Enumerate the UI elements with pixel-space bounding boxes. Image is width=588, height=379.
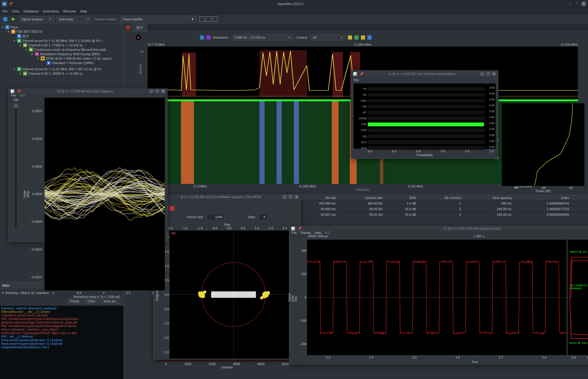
eye-diagram-plot[interactable] bbox=[45, 98, 165, 290]
table-header[interactable]: SNR bbox=[385, 195, 418, 201]
maximize-icon[interactable]: ⌃ bbox=[574, 1, 579, 6]
chevron-down-icon: ▼ bbox=[49, 18, 52, 21]
spectrum-action-icon[interactable] bbox=[367, 35, 372, 40]
eye-diagram-panel: 📊📌 #0 @ fc = 11799.985 kHz (Eye Diagram)… bbox=[8, 89, 167, 242]
constellation-plot[interactable]: 4/4 bbox=[170, 231, 298, 359]
menu-help[interactable]: Help bbox=[80, 9, 87, 13]
spectrum-action-icon[interactable] bbox=[348, 35, 352, 40]
tree-item[interactable]: FSK-BDT-TEST-0 bbox=[17, 30, 42, 33]
tree-item[interactable]: Channel 0 (id 1, 77656 S -> 14.910 s) bbox=[28, 43, 83, 47]
menu-tools[interactable]: Tools bbox=[12, 9, 19, 13]
tree-item[interactable]: Channel 0 (id 2, 16056 S -> 14.900 s) bbox=[28, 72, 83, 75]
stop-icon[interactable]: ✖ bbox=[136, 35, 141, 40]
tab-0[interactable]: [6] 0 bbox=[132, 24, 147, 31]
table-header[interactable]: Symbol rate bbox=[338, 195, 385, 201]
samples-label: Samples bbox=[154, 366, 300, 371]
tree-item[interactable]: 2FSK @ Br = 400.00 Bd, index = 2.45, spa… bbox=[46, 57, 112, 60]
angle-value: 180 bbox=[10, 98, 22, 102]
svg-rect-18 bbox=[332, 101, 339, 184]
menu-display[interactable]: Display bbox=[300, 231, 311, 234]
svg-rect-2 bbox=[200, 35, 204, 40]
svg-rect-14 bbox=[181, 101, 194, 184]
expand-icon[interactable]: ⌃ bbox=[486, 71, 490, 76]
menu-extensions[interactable]: Extensions bbox=[43, 9, 59, 13]
eye-xlabel: Normalized delay (x Ts = 2.500 ms) bbox=[9, 295, 167, 300]
collapse-icon[interactable]: ⌄ bbox=[282, 195, 287, 199]
svg-rect-16 bbox=[277, 101, 282, 184]
expand-icon[interactable]: ⌃ bbox=[155, 89, 160, 94]
spectrum-tool-icon[interactable] bbox=[206, 35, 211, 40]
signal-time-plot[interactable] bbox=[307, 240, 566, 355]
menu-file[interactable]: File bbox=[292, 231, 297, 234]
spectrum-action-icon[interactable] bbox=[361, 35, 365, 40]
step-label: Step: bbox=[248, 215, 256, 219]
menu-windows[interactable]: Windows bbox=[63, 9, 76, 13]
resolution-label: Resolution: bbox=[213, 36, 229, 39]
samples-bar[interactable] bbox=[157, 360, 298, 361]
angle-slider[interactable] bbox=[15, 103, 17, 227]
svg-marker-1 bbox=[12, 17, 15, 21]
sig-annotation: 247.704692 Hz 0.0899081 bbox=[569, 284, 587, 290]
hf-context-select[interactable]: HF▼ bbox=[310, 34, 346, 41]
panel-title: #0 @ fc = 11799.985 kHz (Eye Diagram) bbox=[23, 89, 147, 93]
spectrum-tool-icon[interactable] bbox=[200, 35, 204, 40]
table-header[interactable]: Index bbox=[514, 195, 572, 201]
menu-help[interactable]: Help bbox=[315, 231, 321, 234]
menu-file[interactable]: File bbox=[354, 78, 359, 82]
power-plot[interactable]: -100 -110 -86 -84 -82 Power (dB) bbox=[502, 103, 584, 193]
close-icon[interactable]: ✕ bbox=[492, 71, 496, 76]
menu-file[interactable]: File bbox=[11, 94, 16, 97]
table-header[interactable]: Nb of tones bbox=[418, 195, 464, 201]
const-marker: 4/4 bbox=[171, 232, 175, 235]
close-icon[interactable]: ✕ bbox=[161, 89, 165, 94]
pin-icon[interactable]: 📌 bbox=[9, 2, 13, 6]
chevron-down-icon: ▼ bbox=[87, 18, 89, 21]
tree-item[interactable]: [6] 0 bbox=[22, 34, 29, 38]
auto-select[interactable]: Automatic ▼ bbox=[57, 16, 92, 22]
layout-2-icon[interactable] bbox=[206, 17, 211, 22]
layout-3-icon[interactable] bbox=[212, 17, 218, 22]
tree-item[interactable]: Standard = Unknown (100%) bbox=[52, 61, 94, 65]
close-icon[interactable]: ✕ bbox=[581, 1, 586, 6]
close-icon[interactable]: ✕ bbox=[294, 195, 299, 199]
minimize-icon[interactable]: ⌄ bbox=[568, 1, 573, 6]
table-header[interactable]: Bearing bbox=[571, 195, 588, 201]
frame-size-input[interactable]: 1448 bbox=[207, 214, 224, 220]
tree-item[interactable]: Filtered record (fc = 11.81 MHz, BW = 35… bbox=[22, 67, 101, 71]
menu-databases[interactable]: Databases bbox=[23, 9, 39, 13]
resolution-select[interactable]: 2.906 Hz - 172.03 ms▼ bbox=[231, 34, 293, 41]
frame-size-label: Frame size: bbox=[187, 215, 203, 219]
expand-icon[interactable]: ⌃ bbox=[288, 195, 293, 199]
svg-rect-6 bbox=[361, 35, 365, 40]
id-label: id 2 bbox=[325, 231, 330, 234]
app-title: HyperMon 2021.0 bbox=[13, 2, 568, 6]
decision-plot[interactable]: TN0.00UK0.00OOK0.00CW0.00MT0.00OFDM0.00F… bbox=[354, 84, 496, 149]
tree-item[interactable]: Filtered record (fc = 11.80 MHz, BW = 1.… bbox=[22, 39, 102, 43]
table-row[interactable]: Hz50.007 b/s50.01 Bd16.5 dB2249.03 Hz4.9… bbox=[271, 212, 588, 218]
log-output[interactable]: Interface:: wait for descriptor analyze(… bbox=[0, 306, 124, 379]
signal-hist-plot[interactable]: 945075 @ 127.435671 Hz 247.704692 Hz 0.0… bbox=[568, 240, 588, 355]
menu-file[interactable]: File bbox=[2, 9, 8, 13]
const-tool-icon[interactable] bbox=[170, 206, 174, 211]
results-table[interactable]: BWBit rateSymbol rateSNRNb of tonesTone … bbox=[271, 195, 588, 218]
chevron-down-icon: ▼ bbox=[191, 17, 194, 21]
mode-select-label: Signal analysis bbox=[22, 17, 43, 21]
collapse-icon[interactable]: ⌄ bbox=[480, 71, 484, 76]
table-row[interactable]: Hz399.998 b/s400.00 Bd1.4 dB2980 Hz2.449… bbox=[271, 201, 588, 206]
mode-select[interactable]: Signal analysis ▼ bbox=[19, 16, 54, 22]
context-input[interactable]: Fixed satellite ▼ bbox=[120, 16, 197, 22]
table-header[interactable]: Tone spacing bbox=[464, 195, 514, 201]
collapse-icon[interactable]: ⌄ bbox=[149, 89, 154, 94]
table-row[interactable]: Hz99.990 b/s99.99 Bd16.4 dB2246.98 Hz2.4… bbox=[271, 206, 588, 212]
spectrum-action-icon[interactable] bbox=[354, 35, 359, 40]
record-icon[interactable] bbox=[126, 25, 130, 30]
tree-root[interactable]: Pace bbox=[11, 25, 18, 29]
svg-point-27 bbox=[203, 290, 206, 294]
toolbar-icon-1[interactable] bbox=[2, 16, 8, 22]
layout-1-icon[interactable] bbox=[199, 17, 205, 22]
play-icon[interactable] bbox=[11, 16, 17, 22]
tree-item[interactable]: Modulation Frequency Shift Keying (99%) bbox=[40, 52, 100, 56]
step-input[interactable]: ▾ bbox=[259, 214, 267, 220]
decision-panel: 📊📌 #1 @ fc = 11803.957 kHz (Decision pro… bbox=[351, 70, 498, 159]
tree-item[interactable]: Continuous carrier on frequency flat and… bbox=[34, 48, 106, 51]
